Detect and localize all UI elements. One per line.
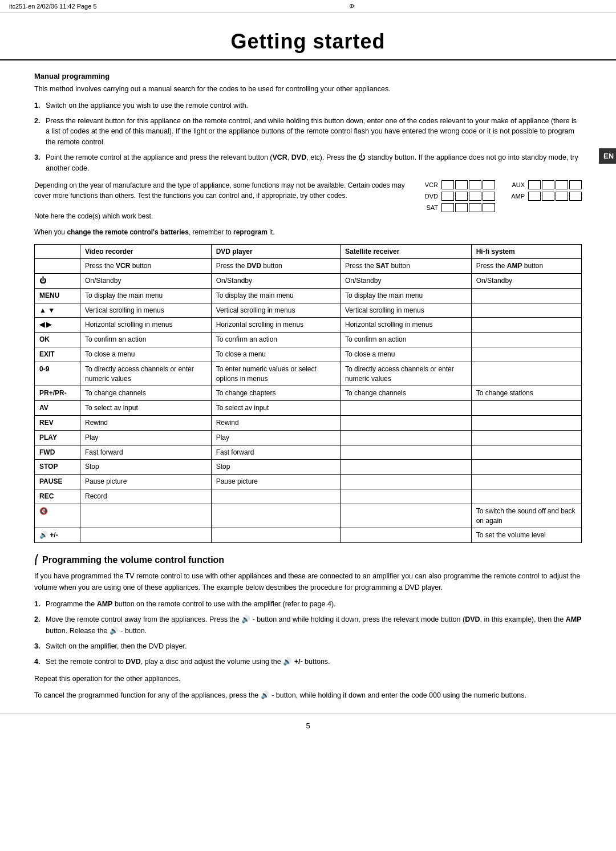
amp-box-2 <box>542 192 554 201</box>
volume-steps: 1. Programme the AMP button on the remot… <box>34 599 582 668</box>
row-key-mute: 🔇 <box>35 504 80 528</box>
row-key-play: PLAY <box>35 430 80 445</box>
sat-box-4 <box>483 203 495 212</box>
row-vcr-mute <box>80 504 212 528</box>
vol-step-4: 4. Set the remote control to DVD, play a… <box>34 657 582 667</box>
manual-programming-section: Manual programming This method involves … <box>34 72 582 236</box>
manual-programming-heading: Manual programming <box>34 72 582 80</box>
battery-note: When you change the remote control's bat… <box>34 228 582 236</box>
sat-box-2 <box>455 203 468 212</box>
row-vcr-menu: To display the main menu <box>80 288 212 303</box>
row-vcr-play: Play <box>80 430 212 445</box>
row-vcr-rec: Record <box>80 489 212 504</box>
row-hifi-updown <box>471 303 581 318</box>
row-sat-pr: To change channels <box>341 386 472 401</box>
table-row: 🔊 +/- To set the volume level <box>35 528 582 543</box>
row-hifi-standby: On/Standby <box>471 274 581 289</box>
table-row: PLAY Play Play <box>35 430 582 445</box>
page-footer: 5 <box>0 713 616 738</box>
code-row-sat: SAT <box>421 203 582 212</box>
dvd-box-3 <box>469 192 481 201</box>
row-key-rec: REC <box>35 489 80 504</box>
table-row: 0-9 To directly access channels or enter… <box>35 362 582 386</box>
row-vcr-pr: To change channels <box>80 386 212 401</box>
row-vcr-ok: To confirm an action <box>80 333 212 347</box>
aux-box-2 <box>542 180 554 189</box>
row-key-vol: 🔊 +/- <box>35 528 80 543</box>
aux-boxes <box>528 180 582 189</box>
code-label-aux: AUX <box>508 181 525 188</box>
row-sat-fwd <box>341 445 472 460</box>
aux-box-4 <box>569 180 582 189</box>
page-number: 5 <box>306 722 310 730</box>
cancel-note: To cancel the programmed function for an… <box>34 690 582 701</box>
vol-step-2: 2. Move the remote control away from the… <box>34 614 582 637</box>
repeat-note: Repeat this operation for the other appl… <box>34 674 582 684</box>
table-row: AV To select av input To select av input <box>35 401 582 416</box>
code-note-text: Depending on the year of manufacture and… <box>34 180 410 201</box>
row-hifi-press: Press the AMP button <box>471 259 581 274</box>
vcr-box-3 <box>469 180 481 189</box>
row-dvd-09: To enter numeric values or select option… <box>211 362 340 386</box>
row-sat-ok: To confirm an action <box>341 333 472 347</box>
row-vcr-fwd: Fast forward <box>80 445 212 460</box>
th-hifi: Hi-fi system <box>471 245 581 259</box>
row-hifi-stop <box>471 460 581 475</box>
row-dvd-ok: To confirm an action <box>211 333 340 347</box>
row-dvd-leftright: Horizontal scrolling in menus <box>211 318 340 333</box>
volume-section: ⎛ Programming the volume control functio… <box>34 554 582 701</box>
volume-intro: If you have programmed the TV remote con… <box>34 571 582 593</box>
function-table: Video recorder DVD player Satellite rece… <box>34 244 582 543</box>
language-badge: EN <box>599 148 616 164</box>
row-hifi-09 <box>471 362 581 386</box>
row-key-leftright: ◀ ▶ <box>35 318 80 333</box>
table-row: ⏻ On/Standby On/Standby On/Standby On/St… <box>35 274 582 289</box>
row-sat-av <box>341 401 472 416</box>
row-vcr-exit: To close a menu <box>80 347 212 362</box>
row-hifi-pause <box>471 475 581 489</box>
row-dvd-av: To select av input <box>211 401 340 416</box>
row-hifi-play <box>471 430 581 445</box>
main-content: Manual programming This method involves … <box>0 72 616 702</box>
code-label-sat: SAT <box>421 204 438 211</box>
row-key-stop: STOP <box>35 460 80 475</box>
aux-box-1 <box>528 180 541 189</box>
row-key-09: 0-9 <box>35 362 80 386</box>
row-key-rev: REV <box>35 416 80 431</box>
row-hifi-rec <box>471 489 581 504</box>
row-vcr-vol <box>80 528 212 543</box>
table-row: FWD Fast forward Fast forward <box>35 445 582 460</box>
page-title: Getting started <box>34 30 582 54</box>
row-hifi-av <box>471 401 581 416</box>
amp-box-3 <box>556 192 568 201</box>
row-hifi-fwd <box>471 445 581 460</box>
table-row: EXIT To close a menu To close a menu To … <box>35 347 582 362</box>
table-row: STOP Stop Stop <box>35 460 582 475</box>
vol-step-1-num: 1. <box>34 599 40 610</box>
table-row: OK To confirm an action To confirm an ac… <box>35 333 582 347</box>
row-hifi-menu <box>471 288 581 303</box>
row-key-pause: PAUSE <box>35 475 80 489</box>
row-dvd-menu: To display the main menu <box>211 288 340 303</box>
row-key-pr: PR+/PR- <box>35 386 80 401</box>
code-note-left: Depending on the year of manufacture and… <box>34 180 410 221</box>
step-3-text: Point the remote control at the applianc… <box>46 153 578 172</box>
sat-boxes <box>441 203 495 212</box>
step-3-num: 3. <box>34 152 40 163</box>
step-1: 1. Switch on the appliance you wish to u… <box>34 100 582 111</box>
row-sat-rev <box>341 416 472 431</box>
code-entry-area: Depending on the year of manufacture and… <box>34 180 582 221</box>
row-dvd-pr: To change chapters <box>211 386 340 401</box>
row-sat-pause <box>341 475 472 489</box>
row-sat-leftright: Horizontal scrolling in menus <box>341 318 472 333</box>
amp-boxes <box>528 192 582 201</box>
step-1-num: 1. <box>34 100 40 111</box>
row-key-fwd: FWD <box>35 445 80 460</box>
vcr-box-2 <box>455 180 468 189</box>
vol-step-2-num: 2. <box>34 614 40 625</box>
vcr-boxes <box>441 180 495 189</box>
row-sat-standby: On/Standby <box>341 274 472 289</box>
table-row: REC Record <box>35 489 582 504</box>
row-vcr-av: To select av input <box>80 401 212 416</box>
volume-section-icon: ⎛ <box>34 554 39 565</box>
